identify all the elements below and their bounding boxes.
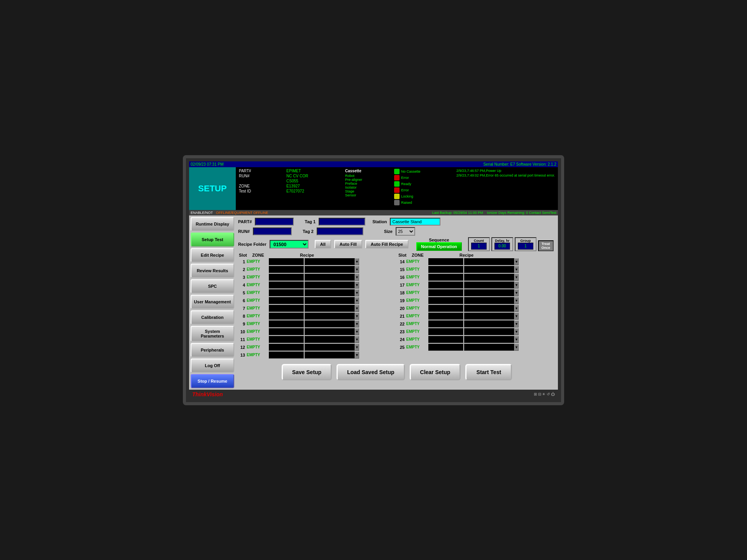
recipe-input[interactable] [305, 289, 355, 296]
sidebar-item-setup-test[interactable]: Setup Test [191, 233, 234, 247]
recipe-dropdown-button[interactable]: ▼ [355, 320, 359, 327]
zone-input[interactable] [428, 297, 463, 304]
sidebar-item-system-parameters[interactable]: System Parameters [191, 326, 234, 341]
recipe-input[interactable] [305, 328, 355, 335]
recipe-input[interactable] [305, 320, 355, 327]
recipe-dropdown-button[interactable]: ▼ [355, 289, 359, 296]
normal-operation-button[interactable]: Normal Operation [416, 242, 462, 251]
sidebar-item-spc[interactable]: SPC [191, 279, 234, 293]
recipe-dropdown-button[interactable]: ▼ [355, 313, 359, 320]
recipe-input[interactable] [464, 258, 514, 265]
recipe-dropdown-button[interactable]: ▼ [355, 352, 359, 359]
recipe-dropdown-button[interactable]: ▼ [514, 266, 519, 273]
station-input[interactable] [390, 218, 440, 226]
recipe-dropdown-button[interactable]: ▼ [514, 313, 519, 320]
zone-input[interactable] [428, 305, 463, 312]
zone-input[interactable] [269, 305, 304, 312]
recipe-input[interactable] [464, 282, 514, 289]
zone-input[interactable] [428, 320, 463, 327]
size-select[interactable]: 25 [396, 227, 415, 236]
delay-input[interactable] [494, 243, 510, 250]
zone-input[interactable] [428, 313, 463, 320]
sidebar-item-runtime-display[interactable]: Runtime Display [191, 217, 234, 231]
recipe-dropdown-button[interactable]: ▼ [355, 344, 359, 351]
recipe-input[interactable] [464, 344, 514, 351]
sidebar-item-log-off[interactable]: Log Off [191, 359, 234, 373]
zone-input[interactable] [269, 258, 304, 265]
recipe-input[interactable] [305, 336, 355, 343]
recipe-input[interactable] [305, 297, 355, 304]
zone-input[interactable] [269, 313, 304, 320]
part-input[interactable] [255, 218, 294, 226]
auto-fill-button[interactable]: Auto Fill [334, 240, 362, 248]
zone-input[interactable] [269, 336, 304, 343]
recipe-input[interactable] [305, 305, 355, 312]
recipe-input[interactable] [464, 274, 514, 281]
recipe-dropdown-button[interactable]: ▼ [514, 297, 519, 304]
zone-input[interactable] [428, 336, 463, 343]
zone-input[interactable] [269, 282, 304, 289]
recipe-input[interactable] [305, 344, 355, 351]
recipe-input[interactable] [305, 266, 355, 273]
sidebar-item-peripherals[interactable]: Peripherals [191, 343, 234, 357]
recipe-dropdown-button[interactable]: ▼ [514, 282, 519, 289]
recipe-input[interactable] [464, 305, 514, 312]
run-input[interactable] [253, 228, 292, 235]
recipe-input[interactable] [305, 352, 355, 359]
all-button[interactable]: All [315, 240, 331, 248]
auto-fill-recipe-button[interactable]: Auto Fill Recipe [365, 240, 409, 248]
recipe-dropdown-button[interactable]: ▼ [355, 305, 359, 312]
recipe-dropdown-button[interactable]: ▼ [355, 258, 359, 265]
count-input[interactable] [471, 243, 487, 250]
zone-input[interactable] [269, 274, 304, 281]
sidebar-item-stop-resume[interactable]: Stop / Resume [191, 374, 234, 388]
load-saved-setup-button[interactable]: Load Saved Setup [337, 364, 405, 380]
zone-input[interactable] [269, 352, 304, 359]
recipe-input[interactable] [305, 274, 355, 281]
zone-input[interactable] [428, 258, 463, 265]
save-setup-button[interactable]: Save Setup [282, 364, 332, 380]
group-input[interactable] [518, 243, 533, 250]
recipe-input[interactable] [305, 258, 355, 265]
recipe-dropdown-button[interactable]: ▼ [355, 274, 359, 281]
sidebar-item-edit-recipe[interactable]: Edit Recipe [191, 248, 234, 262]
recipe-dropdown-button[interactable]: ▼ [514, 336, 519, 343]
sidebar-item-user-management[interactable]: User Management [191, 295, 234, 309]
zone-input[interactable] [428, 266, 463, 273]
recipe-dropdown-button[interactable]: ▼ [355, 282, 359, 289]
recipe-dropdown-button[interactable]: ▼ [355, 266, 359, 273]
tag2-input[interactable] [317, 228, 363, 235]
zone-input[interactable] [269, 297, 304, 304]
recipe-dropdown-button[interactable]: ▼ [514, 328, 519, 335]
recipe-input[interactable] [464, 313, 514, 320]
clear-setup-button[interactable]: Clear Setup [410, 364, 461, 380]
recipe-dropdown-button[interactable]: ▼ [514, 258, 519, 265]
zone-input[interactable] [269, 344, 304, 351]
zone-input[interactable] [269, 289, 304, 296]
recipe-folder-select[interactable]: 01500 [270, 240, 309, 248]
zone-input[interactable] [428, 344, 463, 351]
recipe-dropdown-button[interactable]: ▼ [514, 320, 519, 327]
recipe-dropdown-button[interactable]: ▼ [514, 344, 519, 351]
recipe-dropdown-button[interactable]: ▼ [514, 305, 519, 312]
recipe-input[interactable] [464, 320, 514, 327]
zone-input[interactable] [269, 320, 304, 327]
sidebar-item-review-results[interactable]: Review Results [191, 264, 234, 278]
recipe-dropdown-button[interactable]: ▼ [355, 336, 359, 343]
tag1-input[interactable] [319, 218, 365, 226]
start-test-button[interactable]: Start Test [465, 364, 512, 380]
recipe-dropdown-button[interactable]: ▼ [355, 297, 359, 304]
recipe-input[interactable] [305, 313, 355, 320]
recipe-dropdown-button[interactable]: ▼ [514, 274, 519, 281]
recipe-input[interactable] [464, 297, 514, 304]
zone-input[interactable] [428, 282, 463, 289]
recipe-input[interactable] [464, 266, 514, 273]
sidebar-item-calibration[interactable]: Calibration [191, 310, 234, 324]
recipe-input[interactable] [464, 336, 514, 343]
zone-input[interactable] [428, 289, 463, 296]
recipe-input[interactable] [464, 328, 514, 335]
recipe-dropdown-button[interactable]: ▼ [514, 289, 519, 296]
recipe-input[interactable] [305, 282, 355, 289]
zone-input[interactable] [428, 328, 463, 335]
recipe-dropdown-button[interactable]: ▼ [355, 328, 359, 335]
